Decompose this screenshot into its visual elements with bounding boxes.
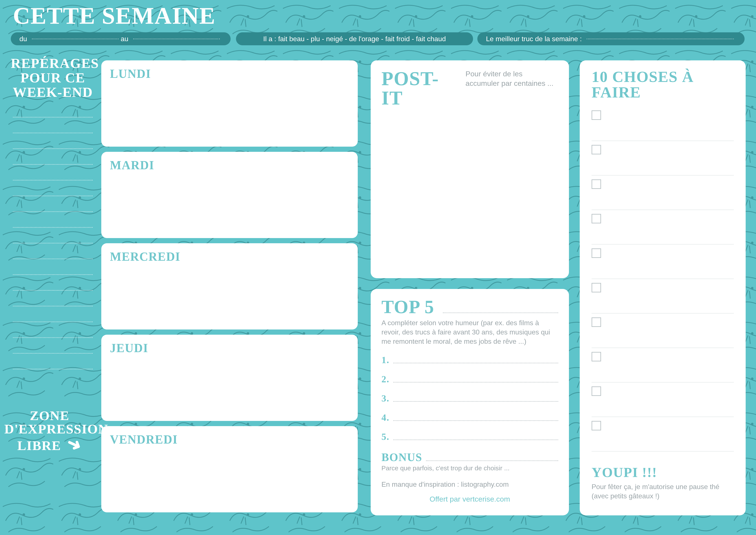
day-friday-label: Vendredi: [110, 433, 349, 446]
top5-inspiration: En manque d'inspiration : listography.co…: [381, 480, 558, 489]
best-of-week-label: Le meilleur truc de la semaine :: [486, 35, 582, 43]
todo-item[interactable]: [592, 279, 734, 314]
todo-item[interactable]: [592, 141, 734, 176]
credit-link[interactable]: Offert par vertcerise.com: [381, 495, 558, 503]
weather-pill[interactable]: Il a : fait beau - plu - neigé - de l'or…: [236, 32, 473, 45]
day-thursday[interactable]: Jeudi: [101, 335, 358, 421]
sidebar-line[interactable]: [13, 117, 93, 118]
sidebar-title-line1: Repérages: [11, 56, 95, 70]
checkbox-icon[interactable]: [592, 180, 601, 189]
postit-panel[interactable]: Post-it Pour éviter de les accumuler par…: [371, 60, 569, 278]
top5-num-4: 4.: [381, 412, 390, 423]
sidebar-line[interactable]: [13, 274, 93, 275]
sidebar-title-line2: pour ce: [11, 70, 95, 85]
sidebar-line[interactable]: [13, 243, 93, 243]
youpi-title: Youpi !!!: [592, 465, 734, 480]
top5-line[interactable]: [393, 439, 558, 440]
sidebar-line[interactable]: [13, 337, 93, 338]
sidebar-line[interactable]: [13, 227, 93, 228]
top5-bonus-line[interactable]: [426, 461, 558, 461]
page-title: Cette semaine: [13, 2, 216, 30]
weekend-ideas-sidebar: Repérages pour ce Week-end Zone d'Expres…: [11, 56, 95, 440]
checkbox-icon[interactable]: [592, 386, 601, 396]
top5-description: A compléter selon votre humeur (par ex. …: [381, 318, 558, 346]
postit-subtitle: Pour éviter de les accumuler par centain…: [466, 69, 558, 88]
sidebar-line[interactable]: [13, 164, 93, 165]
sidebar-line[interactable]: [13, 290, 93, 291]
day-thursday-label: Jeudi: [110, 341, 349, 355]
sidebar-line[interactable]: [13, 211, 93, 212]
best-of-week-input-line[interactable]: [587, 39, 734, 39]
sidebar-line[interactable]: [13, 306, 93, 306]
checkbox-icon[interactable]: [592, 318, 601, 327]
sidebar-lines[interactable]: [11, 117, 95, 369]
todo-item[interactable]: [592, 417, 734, 452]
top5-bonus-label: Bonus: [381, 451, 422, 464]
todo-item[interactable]: [592, 210, 734, 244]
top5-line[interactable]: [393, 363, 558, 363]
day-monday[interactable]: Lundi: [101, 60, 358, 147]
top5-num-2: 2.: [381, 374, 390, 385]
top5-line[interactable]: [393, 401, 558, 402]
checkbox-icon[interactable]: [592, 214, 601, 223]
day-wednesday[interactable]: Mercredi: [101, 243, 358, 329]
top5-num-5: 5.: [381, 431, 390, 442]
top5-item-4[interactable]: 4.: [381, 412, 558, 423]
sidebar-line[interactable]: [13, 180, 93, 181]
weather-text: Il a : fait beau - plu - neigé - de l'or…: [263, 35, 446, 43]
top5-line[interactable]: [393, 382, 558, 382]
todo-title: 10 choses à faire: [592, 69, 734, 100]
best-of-week-pill[interactable]: Le meilleur truc de la semaine :: [477, 32, 744, 45]
sidebar-line[interactable]: [13, 322, 93, 322]
sidebar-line[interactable]: [13, 369, 93, 369]
sidebar-title-line3: Week-end: [11, 85, 95, 99]
top5-item-3[interactable]: 3.: [381, 393, 558, 404]
todo-item[interactable]: [592, 314, 734, 348]
top5-title: Top 5: [381, 297, 434, 316]
day-tuesday-label: Mardi: [110, 158, 349, 172]
day-monday-label: Lundi: [110, 67, 349, 81]
checkbox-icon[interactable]: [592, 352, 601, 361]
todo-item[interactable]: [592, 106, 734, 141]
date-from-label: du: [19, 35, 27, 43]
day-tuesday[interactable]: Mardi: [101, 152, 358, 238]
sidebar-line[interactable]: [13, 353, 93, 354]
sidebar-title: Repérages pour ce Week-end: [11, 56, 95, 99]
date-range-pill[interactable]: du au: [11, 32, 230, 45]
top5-title-input-line[interactable]: [443, 312, 558, 313]
top5-panel: Top 5 A compléter selon votre humeur (pa…: [371, 289, 569, 515]
free-expression-line3: Libre: [17, 438, 61, 453]
todo-item[interactable]: [592, 176, 734, 210]
youpi-subtitle: Pour fêter ça, je m'autorise une pause t…: [592, 482, 734, 501]
todo-item[interactable]: [592, 348, 734, 382]
free-expression-line2: d'Expression: [4, 422, 95, 436]
top5-line[interactable]: [393, 420, 558, 421]
date-from-input-line[interactable]: [32, 39, 119, 39]
checkbox-icon[interactable]: [592, 283, 601, 293]
checkbox-icon[interactable]: [592, 248, 601, 258]
checkbox-icon[interactable]: [592, 421, 601, 431]
top5-bonus-subtitle: Parce que parfois, c'est trop dur de cho…: [381, 465, 558, 472]
checkbox-icon[interactable]: [592, 110, 601, 120]
todo-panel: 10 choses à faire Youpi !!! Pour fêter ç…: [580, 60, 746, 515]
top5-num-1: 1.: [381, 354, 390, 366]
date-to-input-line[interactable]: [133, 39, 220, 39]
date-to-label: au: [121, 35, 128, 43]
sidebar-line[interactable]: [13, 196, 93, 196]
todo-item[interactable]: [592, 244, 734, 279]
top5-item-1[interactable]: 1.: [381, 354, 558, 366]
arrow-icon: ➜: [64, 433, 85, 455]
sidebar-line[interactable]: [13, 133, 93, 133]
day-friday[interactable]: Vendredi: [101, 426, 358, 512]
todo-item[interactable]: [592, 382, 734, 417]
free-expression-label: Zone d'Expression Libre ➜: [4, 409, 95, 453]
top5-item-2[interactable]: 2.: [381, 374, 558, 385]
weekday-column: Lundi Mardi Mercredi Jeudi Vendredi: [101, 60, 358, 518]
top5-list: 1. 2. 3. 4. 5.: [381, 354, 558, 442]
sidebar-line[interactable]: [13, 259, 93, 259]
top5-item-5[interactable]: 5.: [381, 431, 558, 442]
sidebar-line[interactable]: [13, 148, 93, 149]
day-wednesday-label: Mercredi: [110, 250, 349, 264]
todo-items: [592, 106, 734, 452]
checkbox-icon[interactable]: [592, 145, 601, 155]
